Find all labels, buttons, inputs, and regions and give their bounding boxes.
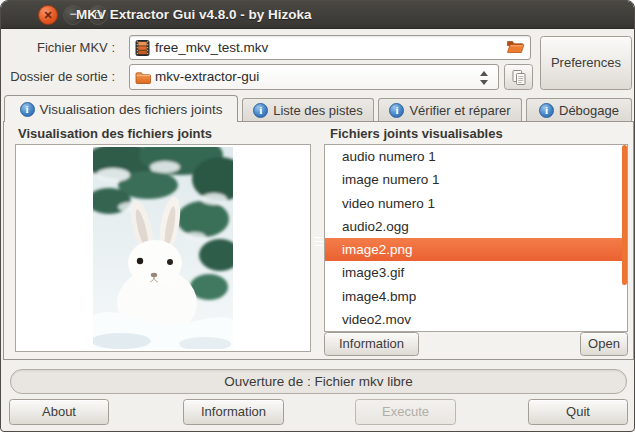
tab-visualisation-fichiers-joints[interactable]: i Visualisation des fichiers joints (4, 95, 238, 122)
tab-label: Liste des pistes (273, 103, 363, 118)
list-item[interactable]: audio numero 1 (325, 145, 627, 168)
window-title: MKV Extractor Gui v4.8.0 - by Hizoka (76, 1, 312, 29)
list-item[interactable]: image numero 1 (325, 168, 627, 191)
chevron-up-down-icon[interactable] (478, 69, 489, 87)
list-item[interactable]: video numero 1 (325, 192, 627, 215)
tab-label: Visualisation des fichiers joints (40, 102, 223, 117)
folder-icon (135, 71, 151, 89)
output-dir-combobox[interactable]: mkv-extractor-gui (129, 64, 499, 90)
mkv-file-value: free_mkv_test.mkv (155, 36, 268, 59)
info-icon: i (539, 103, 554, 118)
quit-button[interactable]: Quit (528, 399, 628, 425)
list-item[interactable]: image4.bmp (325, 285, 627, 308)
about-button[interactable]: About (9, 399, 109, 425)
execute-button: Execute (355, 399, 456, 425)
film-strip-icon (135, 40, 150, 60)
open-folder-icon[interactable] (503, 38, 527, 57)
copy-path-button[interactable] (504, 64, 533, 90)
titlebar: ✕ − MKV Extractor Gui v4.8.0 - by Hizoka (1, 1, 634, 29)
tab-liste-des-pistes[interactable]: i Liste des pistes (242, 98, 374, 122)
list-item[interactable]: video2.mov (325, 308, 627, 331)
tab-page-visualisation: Visualisation des fichiers joints Fichie… (3, 121, 634, 360)
mkv-file-label: Fichier MKV : (1, 35, 115, 60)
attachment-information-button[interactable]: Information (324, 332, 419, 356)
attachment-open-button[interactable]: Open (580, 332, 628, 356)
tab-debogage[interactable]: i Débogage (526, 98, 632, 122)
viewer-header: Visualisation des fichiers joints (18, 126, 212, 141)
preview-panel (15, 144, 311, 352)
close-icon[interactable]: ✕ (38, 5, 58, 25)
information-button[interactable]: Information (183, 399, 284, 425)
tab-label: Débogage (559, 103, 619, 118)
tab-verifier-et-reparer[interactable]: i Vérifier et réparer (378, 98, 522, 122)
output-dir-label: Dossier de sortie : (1, 64, 115, 90)
list-item[interactable]: image3.gif (325, 261, 627, 284)
copy-icon (511, 74, 527, 89)
status-progressbar: Ouverture de : Fichier mkv libre (10, 369, 627, 394)
tab-label: Vérifier et réparer (409, 103, 510, 118)
output-dir-value: mkv-extractor-gui (155, 65, 259, 89)
preferences-button[interactable]: Preferences (540, 36, 632, 90)
info-icon: i (389, 103, 404, 118)
mkv-file-input[interactable]: free_mkv_test.mkv (129, 35, 531, 60)
info-icon: i (253, 103, 268, 118)
list-scrollbar[interactable] (622, 145, 627, 285)
app-window: ✕ − MKV Extractor Gui v4.8.0 - by Hizoka… (0, 0, 635, 432)
list-item-selected[interactable]: image2.png (325, 238, 627, 261)
list-item[interactable]: audio2.ogg (325, 215, 627, 238)
pane-splitter-handle[interactable] (314, 234, 323, 252)
attachments-header: Fichiers joints visualisables (330, 126, 503, 141)
attachments-list: audio numero 1 image numero 1 video nume… (324, 144, 628, 332)
attachment-preview-image (93, 147, 233, 349)
info-icon: i (20, 102, 35, 117)
